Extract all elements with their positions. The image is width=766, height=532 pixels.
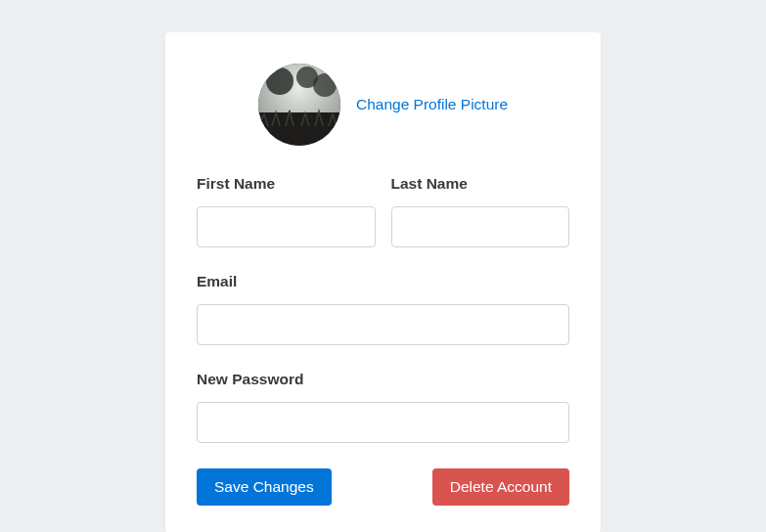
password-group: New Password xyxy=(197,371,569,443)
email-input[interactable] xyxy=(197,304,569,345)
svg-point-1 xyxy=(266,67,293,95)
settings-card: Change Profile Picture First Name Last N… xyxy=(165,32,601,532)
new-password-label: New Password xyxy=(197,371,569,388)
save-changes-button[interactable]: Save Changes xyxy=(197,468,332,506)
avatar-row: Change Profile Picture xyxy=(197,64,569,146)
change-profile-picture-link[interactable]: Change Profile Picture xyxy=(356,96,508,113)
actions-row: Save Changes Delete Account xyxy=(197,468,569,506)
avatar xyxy=(258,64,340,146)
first-name-input[interactable] xyxy=(197,206,376,247)
svg-point-3 xyxy=(313,73,337,97)
name-row: First Name Last Name xyxy=(197,175,569,247)
first-name-label: First Name xyxy=(197,175,376,193)
last-name-label: Last Name xyxy=(391,175,570,193)
profile-picture-icon xyxy=(258,64,340,146)
svg-rect-4 xyxy=(258,112,340,146)
delete-account-button[interactable]: Delete Account xyxy=(432,468,569,506)
email-group: Email xyxy=(197,273,569,345)
first-name-group: First Name xyxy=(197,175,376,247)
new-password-input[interactable] xyxy=(197,402,569,443)
last-name-input[interactable] xyxy=(391,206,570,247)
last-name-group: Last Name xyxy=(391,175,570,247)
email-label: Email xyxy=(197,273,569,290)
